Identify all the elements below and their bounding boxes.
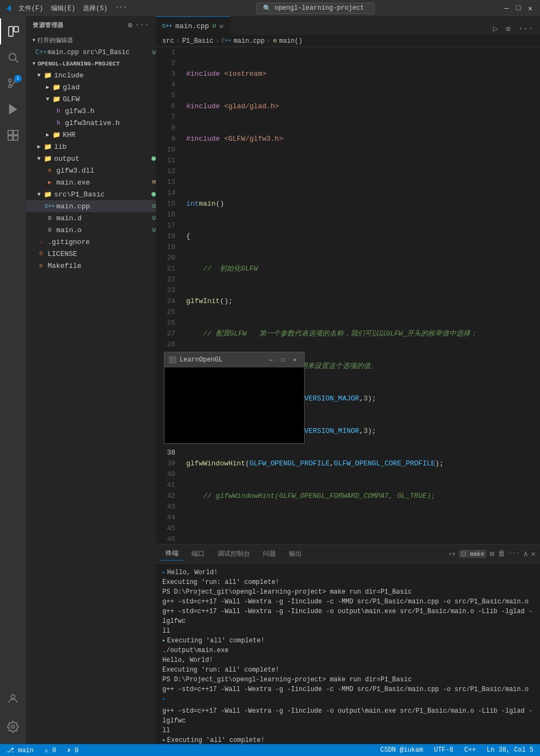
maino-file[interactable]: O main.o U <box>26 224 156 236</box>
terminal-task-name[interactable]: ⬡ make <box>459 550 486 558</box>
breadcrumb-maincpp[interactable]: main.cpp <box>234 37 265 45</box>
svg-line-3 <box>15 60 18 62</box>
license-file[interactable]: © LICENSE <box>26 248 156 260</box>
output-folder[interactable]: ▼ 📁 output <box>26 153 156 165</box>
line-num-13: 13 <box>156 177 175 188</box>
khr-folder[interactable]: ▶ 📁 KHR <box>26 129 156 141</box>
terminal-trash-icon[interactable]: 🗑 <box>498 549 505 558</box>
maincpp-file[interactable]: C++ main.cpp U <box>26 200 156 212</box>
popup-minimize[interactable]: — <box>266 355 276 365</box>
status-language[interactable]: C++ <box>462 746 478 754</box>
cpp-file-icon: C++ <box>37 48 45 57</box>
code-line-4 <box>186 166 540 177</box>
activity-account[interactable] <box>0 686 26 712</box>
menu-edit[interactable]: 编辑(E) <box>48 3 79 14</box>
activity-extensions[interactable] <box>0 122 26 148</box>
search-bar[interactable]: 🔍 opengl-learning-project <box>256 3 375 14</box>
popup-close[interactable]: ✕ <box>290 355 300 365</box>
chevron-down-icon: ▼ <box>32 38 35 43</box>
glfw-folder[interactable]: ▼ 📁 GLFW <box>26 93 156 105</box>
status-warnings[interactable]: ⚠ 0 <box>42 746 58 754</box>
menu-more[interactable]: ··· <box>112 3 130 14</box>
open-file-label: main.cpp src\P1_Basic <box>48 49 152 56</box>
line-num-14: 14 <box>156 188 175 199</box>
src-folder[interactable]: ▼ 📁 src\P1_Basic <box>26 188 156 200</box>
maind-label: main.d <box>56 214 150 222</box>
open-editors-section[interactable]: ▼ 打开的编辑器 <box>26 34 156 47</box>
run-button[interactable]: ▷ <box>491 22 501 35</box>
more-options-icon[interactable]: ··· <box>135 21 149 30</box>
maximize-button[interactable]: □ <box>513 3 524 14</box>
line-num-39: 39 <box>156 458 175 469</box>
makefile-file[interactable]: ⚙ Makefile <box>26 260 156 272</box>
status-cursor[interactable]: Ln 38, Col 5 <box>485 746 536 754</box>
status-encoding[interactable]: UTF-8 <box>432 746 456 754</box>
status-bar: ⎇ main ⚠ 0 ✗ 0 CSDN @iukam UTF-8 C++ Ln … <box>0 744 540 756</box>
menu-select[interactable]: 选择(S) <box>80 3 111 14</box>
terminal-line-7: ● Executing 'all' complete! <box>162 636 534 646</box>
menu-file[interactable]: 文件(F) <box>15 3 47 14</box>
terminal-split-icon[interactable]: ⊞ <box>490 549 494 558</box>
gitignore-file[interactable]: ⬦ .gitignore <box>26 236 156 248</box>
include-arrow: ▼ <box>35 73 43 78</box>
lib-folder[interactable]: ▶ 📁 lib <box>26 141 156 153</box>
breadcrumb-main-fn[interactable]: main() <box>279 37 302 45</box>
activity-source-control[interactable]: 1 <box>0 70 26 96</box>
terminal-close-icon[interactable]: ✕ <box>531 549 536 558</box>
glfw3nativeh-file[interactable]: h glfw3native.h <box>26 117 156 129</box>
breadcrumb-p1basic[interactable]: P1_Basic <box>182 37 214 45</box>
tab-problems[interactable]: 问题 <box>258 547 281 561</box>
code-line-15 <box>186 523 540 534</box>
breadcrumb-src[interactable]: src <box>162 37 174 45</box>
more-button[interactable]: ··· <box>516 23 536 35</box>
new-file-icon[interactable]: ⊕ <box>128 21 133 30</box>
terminal-text-3: PS D:\Project_git\opengl-learning-projec… <box>162 587 412 597</box>
title-bar-center: 🔍 opengl-learning-project <box>130 3 501 14</box>
activity-explorer[interactable] <box>0 18 26 44</box>
popup-title: LearnOpenGL <box>180 356 222 364</box>
terminal-content[interactable]: ● Hello, World! Executing 'run: all' com… <box>156 563 540 744</box>
terminal-more-icon[interactable]: ··· <box>509 550 521 557</box>
terminal-text-12: g++ -std=c++17 -Wall -Wextra -g -Iinclud… <box>162 685 529 694</box>
status-branch[interactable]: ⎇ main <box>4 746 36 754</box>
tab-terminal[interactable]: 终端 <box>160 547 184 561</box>
tab-close-button[interactable]: ✕ <box>219 22 223 31</box>
close-button[interactable]: ✕ <box>525 3 536 14</box>
minimize-button[interactable]: — <box>501 3 512 14</box>
code-line-2: #include <glad/glad.h> <box>186 101 540 112</box>
activity-settings[interactable] <box>0 714 26 740</box>
line-num-9: 9 <box>156 134 175 144</box>
tab-bar: C++ main.cpp U ✕ ▷ ⊞ ··· <box>156 16 540 35</box>
popup-maximize[interactable]: □ <box>278 355 288 365</box>
activity-search[interactable] <box>0 44 26 70</box>
maind-file[interactable]: D main.d U <box>26 212 156 224</box>
tab-output[interactable]: 输出 <box>284 547 307 561</box>
glfw3nativeh-label: glfw3native.h <box>65 119 156 127</box>
terminal-expand-icon[interactable]: ∧ <box>523 549 528 558</box>
toolbar-right: ▷ ⊞ ··· <box>230 22 540 35</box>
activity-run[interactable] <box>0 96 26 122</box>
mainexe-file[interactable]: ▶ main.exe M <box>26 176 156 188</box>
include-folder[interactable]: ▼ 📁 include <box>26 69 156 81</box>
sidebar-header: 资源管理器 ⊕ ··· <box>26 16 156 34</box>
code-content[interactable]: #include <iostream> #include <glad/glad.… <box>182 47 540 544</box>
khr-folder-icon: 📁 <box>52 130 61 139</box>
code-line-6: { <box>186 231 540 242</box>
svg-rect-13 <box>14 136 18 140</box>
tab-maincpp[interactable]: C++ main.cpp U ✕ <box>156 16 230 35</box>
status-attribution[interactable]: CSDN @iukam <box>378 746 425 754</box>
code-editor[interactable]: 1 2 3 4 5 6 7 8 9 10 11 12 13 14 15 16 1… <box>156 47 540 544</box>
open-file-item[interactable]: C++ main.cpp src\P1_Basic U <box>26 47 156 58</box>
glad-folder[interactable]: ▶ 📁 glad <box>26 81 156 93</box>
glfw3dll-file[interactable]: ⚙ glfw3.dll <box>26 165 156 176</box>
breadcrumb-cpp-icon: C++ <box>222 38 232 44</box>
split-editor-button[interactable]: ⊞ <box>504 23 512 35</box>
status-errors[interactable]: ✗ 0 <box>65 746 81 754</box>
code-line-5: int main() <box>186 199 540 209</box>
project-section[interactable]: ▼ OPENGL-LEARNING-PROJECT <box>26 58 156 69</box>
tab-debug-console[interactable]: 调试控制台 <box>212 547 255 561</box>
main-layout: 1 资源管理器 ⊕ ··· ▼ 打开的编辑 <box>0 16 540 744</box>
glfw3h-file[interactable]: h glfw3.h <box>26 105 156 117</box>
tab-ports[interactable]: 端口 <box>186 547 210 561</box>
title-bar: 文件(F) 编辑(E) 选择(S) ··· 🔍 opengl-learning-… <box>0 0 540 16</box>
